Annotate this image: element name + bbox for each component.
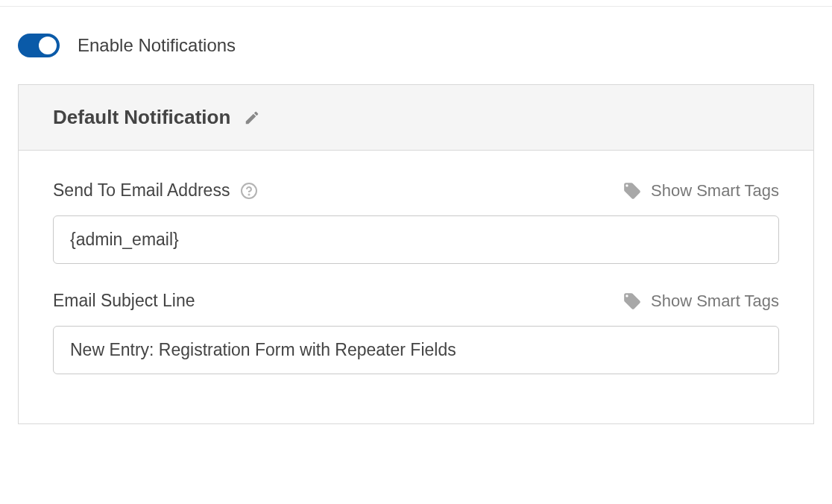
notification-panel: Default Notification Send To Email Addre… — [18, 84, 814, 424]
svg-point-1 — [249, 194, 250, 195]
edit-icon[interactable] — [244, 110, 260, 126]
tag-icon — [623, 292, 642, 311]
send-to-field-block: Send To Email Address Show Smart Tags — [53, 180, 779, 264]
toggle-knob — [39, 37, 57, 54]
send-to-label-row: Send To Email Address Show Smart Tags — [53, 180, 779, 201]
subject-smart-tags-label: Show Smart Tags — [651, 292, 779, 311]
send-to-label: Send To Email Address — [53, 180, 230, 201]
subject-label: Email Subject Line — [53, 291, 195, 311]
send-to-smart-tags-button[interactable]: Show Smart Tags — [623, 181, 779, 201]
subject-label-left: Email Subject Line — [53, 291, 195, 311]
subject-field-block: Email Subject Line Show Smart Tags — [53, 291, 779, 374]
notification-title: Default Notification — [53, 106, 230, 129]
enable-notifications-toggle[interactable] — [18, 34, 60, 57]
subject-smart-tags-button[interactable]: Show Smart Tags — [623, 292, 779, 311]
enable-notifications-row: Enable Notifications — [0, 7, 832, 84]
send-to-smart-tags-label: Show Smart Tags — [651, 181, 779, 201]
send-to-input[interactable] — [53, 215, 779, 264]
enable-notifications-label: Enable Notifications — [78, 35, 236, 56]
help-icon[interactable] — [240, 182, 258, 200]
notification-panel-header: Default Notification — [19, 85, 813, 151]
notification-panel-body: Send To Email Address Show Smart Tags — [19, 151, 813, 423]
tag-icon — [623, 181, 642, 201]
subject-input[interactable] — [53, 326, 779, 374]
subject-label-row: Email Subject Line Show Smart Tags — [53, 291, 779, 311]
send-to-label-left: Send To Email Address — [53, 180, 258, 201]
